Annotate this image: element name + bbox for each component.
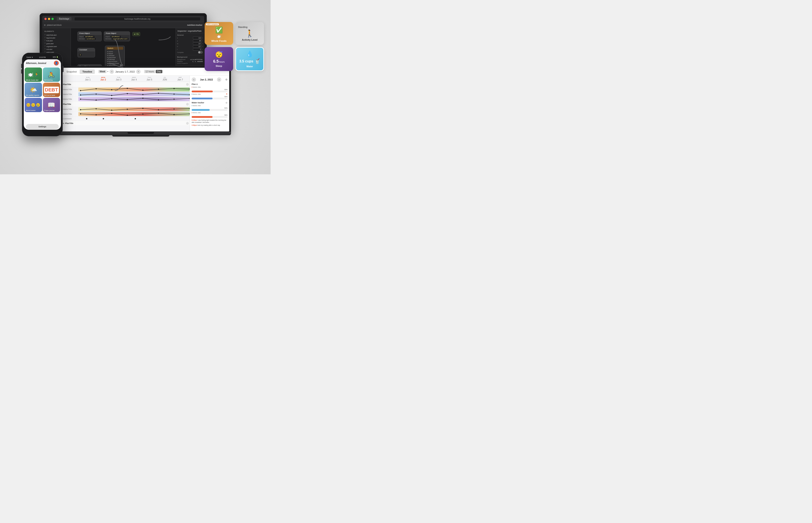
maximize-button[interactable] <box>52 18 54 20</box>
detail-plan-metric-title-1: Metric title <box>193 86 201 88</box>
whole-foods-utensils: 🍽️ <box>217 35 221 39</box>
svg-point-14 <box>127 93 128 94</box>
expand-icon[interactable]: ▶ <box>63 122 65 124</box>
node-body-2: Object: dataModel Member: vegetablePerce… <box>104 35 130 41</box>
phone-settings-button[interactable]: Settings <box>26 124 59 129</box>
inspector-row-h: h › <box>177 45 203 48</box>
svg-point-7 <box>158 89 159 90</box>
menu-icon[interactable]: ≡ <box>44 23 46 26</box>
health-card-sleep[interactable]: 😴 6.5 hours Sleep <box>205 47 233 71</box>
detail-bar-2 <box>192 97 228 100</box>
time-day-btn[interactable]: Day <box>156 70 162 73</box>
node-from-object-2[interactable]: From Object Object: dataModel Member: ve… <box>104 32 130 41</box>
sleep-card-title: Sleep <box>216 65 222 67</box>
phone-card-whole-foods[interactable]: 🍽️ 🏃 Whole foods diet <box>25 68 42 82</box>
inspector-general-title: General <box>177 34 203 36</box>
inspector-w-input[interactable] <box>193 42 202 45</box>
phone-vol-down-button[interactable] <box>21 69 22 74</box>
phone-avatar[interactable]: 👤 <box>54 61 59 66</box>
switch-field-vegetabledetail: ● vegetableDetail <box>106 62 123 65</box>
inspector-row-shadow: Shadow 0, 0, #000000 <box>177 61 203 62</box>
detail-water-header: Water tracker ⚙ <box>192 102 228 105</box>
sidebar-item-nut[interactable]: T nutLabel <box>43 48 69 51</box>
svg-point-20 <box>80 99 81 100</box>
plan-options-icon-2[interactable] <box>186 103 189 106</box>
node-header-2: From Object <box>104 32 130 35</box>
water-cup-icon: 🥤 <box>254 58 260 64</box>
sidebar-item-legume[interactable]: T legumeLabel <box>43 36 69 39</box>
inspector-w-arrow: › <box>202 43 203 44</box>
week-dropdown[interactable]: Week <box>98 70 106 73</box>
sidebar-item-dailytotal[interactable]: T dailyTotalLabel <box>43 34 69 36</box>
inspector-r-arrow: › <box>202 48 203 50</box>
phone-card-get-moving[interactable]: 🚴 Get moving <box>43 68 60 82</box>
inspector-row-r: r › <box>177 48 203 51</box>
expression-node[interactable]: a + b <box>133 32 140 36</box>
detail-water-bar-1 <box>192 109 228 111</box>
inspector-y-input[interactable] <box>193 40 202 42</box>
plan-chart-collapsed <box>78 121 190 126</box>
prev-week-button[interactable]: ‹ <box>109 70 114 74</box>
sidebar-item-fruit[interactable]: T fruitLabel <box>43 39 69 42</box>
app-toolbar: ≡ platesCard.block nutrition-tracker <box>42 22 204 28</box>
metric-row-4: MetricTitle <box>61 107 190 112</box>
svg-point-33 <box>142 108 143 109</box>
phone-card-prayer[interactable]: 📖 Prayer journal <box>43 98 60 112</box>
plan-chart-2 <box>78 102 190 107</box>
close-button[interactable] <box>45 18 47 20</box>
detail-water-info-icon-1: ℹ <box>192 105 192 107</box>
complete-toggle[interactable] <box>198 51 203 54</box>
tab-snapshot[interactable]: Snapshot <box>64 70 79 74</box>
phone-card-debt[interactable]: DEBT Get out of debt <box>43 83 60 97</box>
phone-card-mood[interactable]: 😊 😐 😢 Mood tracker <box>25 98 42 112</box>
laptop-screen-border: 🏠 👤 ⚙️ 😊 Snapshot Timeline <box>51 66 231 132</box>
health-app-main: Snapshot Timeline Week ▾ ‹ January 1-7, … <box>61 68 229 131</box>
inspector-h-input[interactable] <box>193 45 202 48</box>
health-card-activity[interactable]: Standing 🚶 Activity Level <box>235 22 264 45</box>
phone-vol-up-button[interactable] <box>21 64 22 68</box>
phone-card-label-3: Air quality reports <box>26 94 39 96</box>
health-tabs: Snapshot Timeline <box>64 70 95 74</box>
detail-date-label: Jan 2, 2022 <box>200 78 213 81</box>
node-constant[interactable]: Constant 0 <box>77 48 95 57</box>
minimize-button[interactable] <box>48 18 50 20</box>
switch-field-control: ● control <box>106 51 123 53</box>
comment-time-2: 3:08pm <box>192 124 197 126</box>
health-cards-area: 100% complete ✅ 🍽️ Whole Foods Standing … <box>205 22 264 71</box>
inspector-general: General x › y <box>176 33 204 55</box>
url-bar[interactable]: backstage.healthmotivate.org <box>75 17 200 20</box>
phone-greeting: Afternoon, Jessica! <box>26 62 47 65</box>
phone-card-air-quality[interactable]: 🌤️ Air quality reports <box>25 83 42 97</box>
node-from-object-1[interactable]: From Object Object: dataModel Member: ca… <box>77 32 102 41</box>
svg-point-2 <box>80 90 81 91</box>
inspector-r-input[interactable] <box>193 48 202 51</box>
sidebar-item-grain[interactable]: T grainLabel <box>43 42 69 45</box>
health-card-water[interactable]: 💧 3.5 cups 🥤 Water <box>235 47 264 71</box>
phone-power-button[interactable] <box>63 66 64 72</box>
plan-options-icon-3[interactable] <box>186 122 189 125</box>
prayer-icon: 📖 <box>48 101 55 109</box>
mood-face-2: 😐 <box>31 103 35 107</box>
activity-figure-icon: 🚶 <box>245 29 254 38</box>
health-card-whole-foods[interactable]: 100% complete ✅ 🍽️ Whole Foods <box>205 22 233 45</box>
sidebar-item-vegetable[interactable]: T vegetableLabel <box>43 45 69 48</box>
day-wed: WED Jan 4 <box>126 76 142 81</box>
svg-point-34 <box>158 109 159 110</box>
time-12hours-btn[interactable]: 12 hours <box>144 70 155 73</box>
next-week-button[interactable]: › <box>136 70 141 74</box>
inspector-x-input[interactable] <box>193 37 202 39</box>
browser-tab[interactable]: Backstage <box>57 17 71 20</box>
comment-time-1: 9:15am <box>192 120 197 121</box>
detail-settings-icon[interactable]: ⚙ <box>225 78 228 81</box>
inspector-h-arrow: › <box>202 46 203 48</box>
detail-water-settings-icon[interactable]: ⚙ <box>226 102 228 105</box>
svg-point-31 <box>111 110 112 111</box>
tab-timeline[interactable]: Timeline <box>80 70 94 74</box>
carrier-status: Carrier ▼ <box>27 56 33 58</box>
detail-next-btn[interactable]: › <box>217 77 221 82</box>
inspector-background: Background Background solid(#FFFFFF00) S… <box>176 55 204 66</box>
detail-prev-btn[interactable]: ‹ <box>192 77 196 82</box>
plan-options-icon[interactable] <box>186 83 189 86</box>
plan-title-2: PlanTitle <box>61 102 78 107</box>
switch-node-header: Switch <box>106 47 123 50</box>
